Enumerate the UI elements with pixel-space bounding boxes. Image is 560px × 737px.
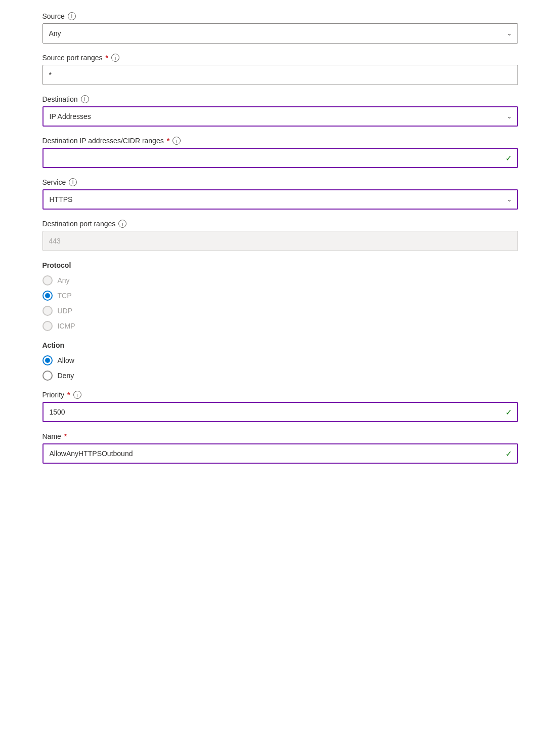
action-radio-group: Allow Deny (42, 355, 518, 381)
source-port-ranges-label-text: Source port ranges (42, 54, 103, 62)
source-label: Source i (42, 12, 518, 20)
action-deny-radio-circle (42, 371, 53, 381)
destination-label: Destination i (42, 95, 518, 103)
destination-port-ranges-input (42, 231, 518, 251)
source-select[interactable]: AnyIP AddressesService TagASG (42, 23, 518, 44)
protocol-udp-radio-circle (42, 306, 53, 316)
protocol-udp-item[interactable]: UDP (42, 306, 518, 316)
destination-label-text: Destination (42, 95, 78, 103)
protocol-icmp-item[interactable]: ICMP (42, 321, 518, 331)
priority-input[interactable] (42, 402, 518, 422)
destination-ip-input[interactable] (42, 148, 518, 168)
destination-ip-input-wrapper: ✓ (42, 148, 518, 168)
destination-port-ranges-label: Destination port ranges i (42, 220, 518, 228)
destination-ip-info-icon[interactable]: i (173, 137, 181, 145)
name-field-group: Name * ✓ (42, 432, 518, 464)
destination-port-ranges-field-group: Destination port ranges i (42, 220, 518, 251)
destination-select[interactable]: AnyIP AddressesService TagASG (42, 106, 518, 127)
source-port-ranges-required: * (106, 54, 108, 62)
source-info-icon[interactable]: i (68, 12, 76, 20)
service-info-icon[interactable]: i (69, 178, 77, 186)
priority-label: Priority * i (42, 391, 518, 399)
protocol-label: Protocol (42, 261, 518, 269)
source-port-ranges-input-wrapper (42, 65, 518, 85)
service-select[interactable]: CustomHTTPHTTPSSSHRDP (42, 189, 518, 210)
protocol-icmp-label: ICMP (58, 322, 75, 330)
source-port-ranges-label: Source port ranges * i (42, 54, 518, 62)
destination-port-ranges-info-icon[interactable]: i (118, 220, 126, 228)
protocol-tcp-item[interactable]: TCP (42, 291, 518, 301)
protocol-any-radio-circle (42, 275, 53, 285)
source-port-ranges-info-icon[interactable]: i (111, 54, 119, 62)
action-deny-label: Deny (58, 372, 74, 380)
service-field-group: Service i CustomHTTPHTTPSSSHRDP ⌄ (42, 178, 518, 210)
action-allow-label: Allow (58, 356, 74, 364)
destination-info-icon[interactable]: i (81, 95, 89, 103)
source-port-ranges-field-group: Source port ranges * i (42, 54, 518, 85)
priority-field-group: Priority * i ✓ (42, 391, 518, 422)
destination-port-ranges-label-text: Destination port ranges (42, 220, 116, 228)
priority-info-icon[interactable]: i (73, 391, 81, 399)
name-label: Name * (42, 432, 518, 440)
protocol-section: Protocol Any TCP UDP ICMP (42, 261, 518, 331)
priority-required: * (67, 391, 70, 399)
priority-label-text: Priority (42, 391, 65, 399)
destination-field-group: Destination i AnyIP AddressesService Tag… (42, 95, 518, 127)
priority-input-wrapper: ✓ (42, 402, 518, 422)
destination-ip-label-text: Destination IP addresses/CIDR ranges (42, 137, 164, 145)
destination-ip-required: * (167, 137, 169, 145)
name-required: * (64, 432, 67, 440)
service-label-text: Service (42, 178, 66, 186)
source-select-wrapper: AnyIP AddressesService TagASG ⌄ (42, 23, 518, 44)
source-label-text: Source (42, 12, 65, 20)
protocol-tcp-label: TCP (58, 292, 72, 300)
action-label: Action (42, 341, 518, 349)
form-container: Source i AnyIP AddressesService TagASG ⌄… (42, 12, 518, 464)
action-allow-radio-circle (42, 355, 53, 365)
service-label: Service i (42, 178, 518, 186)
name-input[interactable] (42, 443, 518, 464)
action-allow-item[interactable]: Allow (42, 355, 518, 365)
source-port-ranges-input[interactable] (42, 65, 518, 85)
protocol-tcp-radio-circle (42, 291, 53, 301)
protocol-any-item[interactable]: Any (42, 275, 518, 285)
protocol-icmp-radio-circle (42, 321, 53, 331)
destination-select-wrapper: AnyIP AddressesService TagASG ⌄ (42, 106, 518, 127)
protocol-udp-label: UDP (58, 307, 73, 315)
source-field-group: Source i AnyIP AddressesService TagASG ⌄ (42, 12, 518, 44)
destination-ip-label: Destination IP addresses/CIDR ranges * i (42, 137, 518, 145)
protocol-any-label: Any (58, 276, 70, 284)
name-input-wrapper: ✓ (42, 443, 518, 464)
service-select-wrapper: CustomHTTPHTTPSSSHRDP ⌄ (42, 189, 518, 210)
action-deny-item[interactable]: Deny (42, 371, 518, 381)
protocol-radio-group: Any TCP UDP ICMP (42, 275, 518, 331)
destination-ip-field-group: Destination IP addresses/CIDR ranges * i… (42, 137, 518, 168)
name-label-text: Name (42, 432, 61, 440)
action-section: Action Allow Deny (42, 341, 518, 381)
